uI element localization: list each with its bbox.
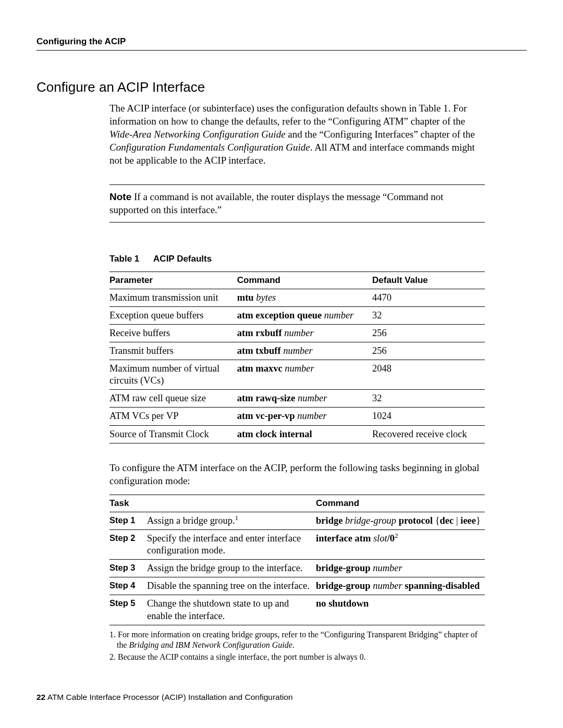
section-title: Configure an ACIP Interface [36,79,527,95]
table-row: Maximum number of virtual circuits (VCs)… [109,360,485,390]
cell-parameter: Maximum number of virtual circuits (VCs) [109,360,237,390]
footnotes: 1. For more information on creating brid… [109,630,485,662]
tasks-table: Task Command Step 1Assign a bridge group… [109,495,485,625]
cell-parameter: Receive buffers [109,324,237,342]
cell-default: 32 [372,306,485,324]
cell-task-command: bridge-group number spanning-disabled [316,577,485,595]
cell-default: Recovered receive clock [372,425,485,443]
body-block: The ACIP interface (or subinterface) use… [109,102,485,662]
cell-task-command: interface atm slot/02 [316,529,485,559]
note-text: If a command is not available, the route… [109,191,444,215]
cell-default: 256 [372,324,485,342]
cell-task: Assign the bridge group to the interface… [147,560,316,577]
table-row: Transmit buffersatm txbuff number256 [109,342,485,360]
table-row: Source of Transmit Clockatm clock intern… [109,425,485,443]
table-row: ATM VCs per VPatm vc-per-vp number1024 [109,408,485,425]
intro-s2: and the “Configuring Interfaces” chapter… [286,129,475,140]
note-label: Note [109,191,131,202]
footer-title: ATM Cable Interface Processor (ACIP) Ins… [45,693,292,701]
page-footer: 22 ATM Cable Interface Processor (ACIP) … [36,693,293,702]
table-row: Maximum transmission unitmtu bytes4470 [109,289,485,306]
cell-command: atm clock internal [237,425,372,443]
step-label: Step 4 [109,577,147,595]
th-task-command: Command [316,495,485,512]
th-parameter: Parameter [109,272,237,289]
table-row: Receive buffersatm rxbuff number256 [109,324,485,342]
cell-task-command: bridge bridge-group protocol {dec | ieee… [316,512,485,529]
cell-command: atm rxbuff number [237,324,372,342]
cell-parameter: Maximum transmission unit [109,289,237,306]
cell-parameter: ATM raw cell queue size [109,390,237,408]
cell-parameter: Source of Transmit Clock [109,425,237,443]
table-row: Step 4Disable the spanning tree on the i… [109,577,485,595]
cell-task: Change the shutdown state to up and enab… [147,595,316,625]
cell-task: Disable the spanning tree on the interfa… [147,577,316,595]
th-task: Task [109,495,316,512]
note-block: Note If a command is not available, the … [109,184,485,222]
cell-default: 4470 [372,289,485,306]
cell-parameter: Transmit buffers [109,342,237,360]
cell-parameter: Exception queue buffers [109,306,237,324]
footnote-1-post: . [292,640,295,649]
table-row: ATM raw cell queue sizeatm rawq-size num… [109,390,485,408]
cell-command: atm maxvc number [237,360,372,390]
cell-task: Assign a bridge group.1 [147,512,316,529]
footnote-1: 1. For more information on creating brid… [109,630,485,651]
footnote-2: 2. Because the ACIP contains a single in… [109,652,485,662]
table-row: Exception queue buffersatm exception que… [109,306,485,324]
cell-task-command: no shutdown [316,595,485,625]
table-row: Step 1Assign a bridge group.1bridge brid… [109,512,485,529]
cell-default: 256 [372,342,485,360]
step-label: Step 5 [109,595,147,625]
cell-command: atm exception queue number [237,306,372,324]
cell-command: atm rawq-size number [237,390,372,408]
cell-default: 32 [372,390,485,408]
step-label: Step 2 [109,529,147,559]
step-label: Step 1 [109,512,147,529]
cell-default: 1024 [372,408,485,425]
intro-s1: The ACIP interface (or subinterface) use… [109,103,467,127]
after-table-paragraph: To configure the ATM interface on the AC… [109,461,485,487]
intro-i2: Configuration Fundamentals Configuration… [109,142,310,153]
cell-task: Specify the interface and enter interfac… [147,529,316,559]
cell-command: atm txbuff number [237,342,372,360]
table-row: Step 2Specify the interface and enter in… [109,529,485,559]
intro-paragraph: The ACIP interface (or subinterface) use… [109,102,485,167]
intro-i1: Wide-Area Networking Configuration Guide [109,129,286,140]
cell-command: mtu bytes [237,289,372,306]
step-label: Step 3 [109,560,147,577]
table-row: Step 3Assign the bridge group to the int… [109,560,485,577]
footnote-1-i: Bridging and IBM Network Configuration G… [129,640,292,649]
th-default: Default Value [372,272,485,289]
cell-task-command: bridge-group number [316,560,485,577]
cell-default: 2048 [372,360,485,390]
cell-parameter: ATM VCs per VP [109,408,237,425]
table1-caption-title: ACIP Defaults [153,254,212,264]
acip-defaults-table: Parameter Command Default Value Maximum … [109,272,485,443]
page: Configuring the ACIP Configure an ACIP I… [0,0,563,728]
th-command: Command [237,272,372,289]
table1-caption: Table 1 ACIP Defaults [109,254,485,264]
page-number: 22 [36,693,45,701]
table1-caption-num: Table 1 [109,254,151,264]
table-row: Step 5Change the shutdown state to up an… [109,595,485,625]
running-head: Configuring the ACIP [36,36,527,51]
cell-command: atm vc-per-vp number [237,408,372,425]
